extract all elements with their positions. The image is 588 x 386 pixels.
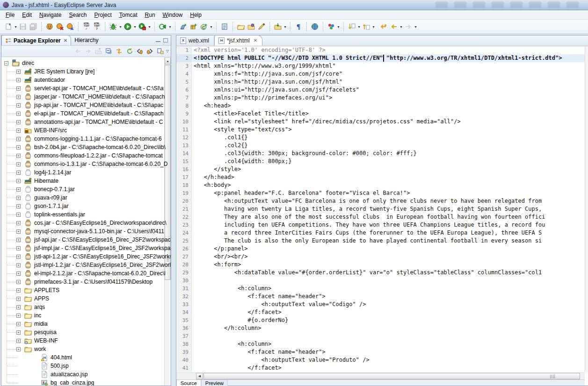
code-line[interactable]: 28 <h:form> (176, 261, 585, 269)
run-external-tools-button[interactable] (137, 21, 147, 32)
tab-source[interactable]: Source (176, 380, 201, 386)
new-wizard-dropdown[interactable]: ▾ (14, 25, 18, 29)
code-line[interactable]: 41 </f:facet> (176, 364, 585, 372)
code-line[interactable]: 14 .col3{width: 300px; background-color:… (176, 150, 585, 157)
properties-view-button[interactable] (219, 21, 230, 32)
code-line[interactable]: 33 <h:outputText value="Codigo" /> (176, 300, 585, 308)
expander-icon[interactable]: + (16, 78, 21, 82)
menu-item[interactable]: Project (90, 11, 115, 19)
forward-history-button[interactable] (84, 47, 93, 56)
tree-item[interactable]: + cos.jar - C:\SI\EasyEclipse16_Direc\wo… (1, 219, 171, 227)
expander-icon[interactable]: + (16, 339, 21, 343)
expander-icon[interactable]: + (16, 120, 21, 124)
new-class-button[interactable]: C (199, 21, 209, 32)
collapse-all-button[interactable] (104, 47, 114, 56)
title-bar[interactable]: Java - jsf.xhtml - EasyEclipse Server Ja… (0, 0, 588, 10)
expander-icon[interactable]: + (16, 129, 21, 133)
code-line[interactable]: 32 <f:facet name="header"> (176, 293, 585, 300)
expander-icon[interactable]: + (16, 95, 21, 99)
menu-item[interactable]: Tomcat (116, 11, 141, 19)
tree-item[interactable]: + jsf-api.jar - C:\SI\EasyEclipse16_Dire… (1, 236, 171, 244)
tree-item[interactable]: + work (1, 345, 171, 353)
code-line[interactable]: 10 <link rel="stylesheet" href="/direc/m… (176, 118, 585, 126)
code-line[interactable]: 25 The club is also the only European si… (176, 237, 585, 245)
close-icon[interactable]: ✕ (64, 38, 67, 43)
run-external-dropdown[interactable]: ▾ (147, 25, 152, 29)
code-line[interactable]: 8 <h:head> (176, 102, 585, 110)
code-line[interactable]: 26 </p:panel> (176, 245, 585, 253)
import-folder-button[interactable] (273, 21, 283, 32)
expander-icon[interactable]: − (4, 61, 8, 65)
overview-ruler[interactable] (585, 46, 588, 372)
new-package-button[interactable] (189, 21, 199, 32)
tree-item[interactable]: + jasper.jar - TOMCAT_HOME\lib\default -… (1, 93, 171, 101)
code-line[interactable]: 3 <html xmlns="http://www.w3.org/1999/xh… (176, 62, 585, 70)
back-history-button[interactable] (73, 47, 83, 56)
view-menu-chevron[interactable]: ▽ (166, 49, 169, 53)
code-line[interactable]: 2 <!DOCTYPE html PUBLIC "-//W3C//DTD XHT… (176, 54, 585, 62)
code-line[interactable]: 21 having won twenty La Liga titles, a r… (176, 205, 585, 213)
expander-icon[interactable]: + (16, 204, 21, 208)
profile-dropdown[interactable]: ▾ (336, 25, 341, 29)
menu-item[interactable]: File (2, 11, 18, 19)
code-line[interactable]: 30 (176, 277, 585, 285)
expander-icon[interactable]: + (16, 162, 21, 166)
previous-annotation-button[interactable] (361, 21, 371, 32)
db-import-button[interactable] (135, 47, 145, 56)
code-line[interactable]: 34 </f:facet> (176, 308, 585, 316)
previous-annotation-dropdown[interactable]: ▾ (371, 25, 376, 29)
tree-item[interactable]: + jstl-impl-1.2.jar - C:\SI\EasyEclipse1… (1, 261, 171, 269)
code-line[interactable]: 19 <p:panel header="F.C. Barcelona" foot… (176, 189, 585, 197)
code-line[interactable]: 17 </h:head> (176, 173, 585, 181)
expander-icon[interactable]: + (16, 213, 21, 217)
tree-item[interactable]: + toplink-essentials.jar (1, 210, 171, 219)
tree-item[interactable]: + pesquisa (1, 328, 171, 336)
expander-icon[interactable]: + (16, 305, 21, 309)
forward-dropdown[interactable]: ▾ (414, 25, 418, 29)
new-web-project-button[interactable] (178, 21, 189, 32)
run-button[interactable] (123, 21, 133, 32)
tree-item[interactable]: + guava-r09.jar (1, 193, 171, 202)
save-button[interactable] (18, 21, 28, 32)
tomcat-restart-button[interactable] (65, 21, 75, 32)
import-folder-dropdown[interactable]: ▾ (283, 25, 287, 29)
tree-item[interactable]: − direc (1, 59, 171, 67)
layout-button[interactable] (156, 47, 165, 56)
tab-package-explorer[interactable]: Package Explorer ✕ (1, 35, 71, 45)
code-line[interactable]: 13 .col2{} (176, 142, 585, 150)
code-line[interactable]: 22 They are also one of the most success… (176, 213, 585, 221)
new-class-dropdown[interactable]: ▾ (209, 25, 213, 29)
menu-item[interactable]: Edit (18, 11, 36, 19)
expander-icon[interactable]: + (16, 255, 21, 259)
code-line[interactable]: 40 <h:outputText value="Produto" /> (176, 356, 585, 364)
expander-icon[interactable]: + (16, 263, 21, 267)
tree-item[interactable]: + autenticador (1, 76, 171, 84)
tree-item[interactable]: + WEB-INF (1, 336, 171, 345)
menu-item[interactable]: Help (186, 11, 205, 19)
expander-icon[interactable]: + (16, 70, 21, 74)
show-whitespace-button[interactable]: ¶ (293, 21, 304, 32)
code-line[interactable]: 6 xmlns:ui="http://java.sun.com/jsf/face… (176, 86, 585, 94)
tree-item[interactable]: + jstl-api-1.2.jar - C:\SI\EasyEclipse16… (1, 252, 171, 261)
code-line[interactable]: 37 (176, 332, 585, 340)
open-file-button[interactable] (236, 21, 246, 32)
close-icon[interactable]: ✕ (254, 38, 257, 43)
last-edit-location-button[interactable] (378, 21, 389, 32)
back-button[interactable] (389, 21, 399, 32)
tree-item[interactable]: + gson-1.7.1.jar (1, 202, 171, 210)
expander-icon[interactable]: + (16, 187, 21, 192)
expander-icon[interactable]: + (16, 314, 21, 318)
expander-icon[interactable]: + (16, 297, 21, 301)
tab-preview[interactable]: Preview (201, 380, 228, 386)
tree-item[interactable]: + bsh-2.0b4.jar - C:\SI\apache-tomcat-6.… (1, 143, 171, 151)
code-line[interactable]: 20 <h:outputText value="FC Barcelona is … (176, 197, 585, 205)
expander-icon[interactable]: + (16, 145, 21, 150)
code-line[interactable]: 15 .col4{width: 800px;} (176, 157, 585, 165)
run-dropdown[interactable]: ▾ (133, 25, 137, 29)
tree-item[interactable]: + APPS (1, 294, 171, 303)
tab-hierarchy[interactable]: Hierarchy (71, 35, 102, 45)
code-line[interactable]: 36 </h:column> (176, 324, 585, 332)
tree-item[interactable]: + APPLETS (1, 286, 171, 294)
back-dropdown[interactable]: ▾ (399, 25, 403, 29)
tree-item[interactable]: H 404.html (1, 353, 171, 362)
